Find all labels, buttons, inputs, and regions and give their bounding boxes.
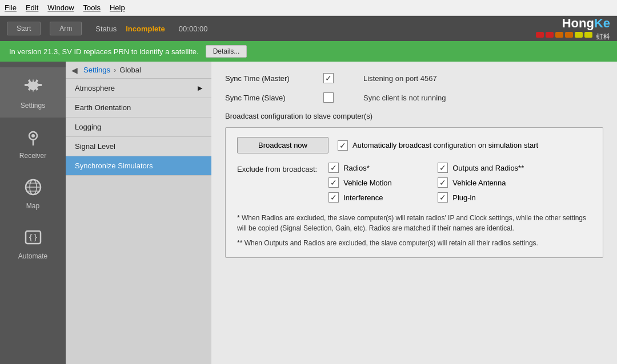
exclude-grid: Radios* Outputs and Radios** Vehicle Mot… (328, 163, 524, 203)
gear-icon (22, 75, 45, 98)
sync-master-checkbox[interactable] (323, 73, 334, 83)
nav-item-earth-orientation[interactable]: Earth Orientation (66, 98, 211, 118)
nav-item-signal-level[interactable]: Signal Level (66, 137, 211, 156)
sidebar-item-automate[interactable]: {} Automate (0, 218, 66, 268)
sidebar-map-label: Map (26, 202, 39, 210)
menu-edit[interactable]: Edit (26, 3, 38, 12)
sync-master-row: Sync Time (Master) Listening on port 456… (225, 73, 603, 83)
sync-slave-row: Sync Time (Slave) Sync client is not run… (225, 92, 603, 103)
breadcrumb-separator: › (114, 66, 116, 74)
logo: HongKe 虹科 (536, 16, 610, 42)
logo-text: HongKe (562, 16, 610, 31)
info-bar: In version 21.3, SV ID replaces PRN to i… (0, 41, 617, 62)
footnote1: * When Radios are excluded, the slave co… (237, 213, 591, 233)
exclude-interference: Interference (328, 192, 415, 203)
toolbar: Start Arm Status Incomplete 00:00:00 Hon… (0, 16, 617, 41)
arm-button[interactable]: Arm (50, 22, 82, 35)
exclude-section: Exclude from broadcast: Radios* Outputs … (237, 163, 591, 203)
logo-hong: Hong (562, 16, 594, 30)
nav-item-logging[interactable]: Logging (66, 118, 211, 137)
sidebar-settings-label: Settings (21, 102, 45, 110)
logo-dot-2 (546, 32, 554, 38)
exclude-vehicle-motion-label: Vehicle Motion (343, 179, 392, 187)
exclude-interference-label: Interference (343, 193, 383, 202)
footnote2: ** When Outputs and Radios are excluded,… (237, 238, 591, 248)
sidebar-receiver-label: Receiver (19, 152, 46, 160)
time-display: 00:00:00 (179, 25, 208, 33)
exclude-interference-checkbox[interactable] (328, 192, 339, 203)
sidebar-item-settings[interactable]: Settings (0, 67, 66, 118)
exclude-vehicle-antenna-checkbox[interactable] (438, 177, 448, 188)
exclude-vehicle-motion: Vehicle Motion (328, 177, 415, 188)
status-label: Status (95, 25, 117, 33)
sync-master-info: Listening on port 4567 (363, 74, 437, 83)
logo-dot-4 (565, 32, 573, 38)
exclude-outputs-radios-checkbox[interactable] (438, 163, 448, 173)
logo-ke: Ke (594, 16, 610, 30)
details-button[interactable]: Details... (206, 45, 247, 58)
broadcast-auto-label: Automatically broadcast configuration on… (352, 141, 538, 149)
exclude-label: Exclude from broadcast: (237, 163, 317, 173)
broadcast-section-title: Broadcast configuration to slave compute… (225, 112, 603, 120)
menu-tools[interactable]: Tools (83, 3, 101, 12)
sync-master-label: Sync Time (Master) (225, 74, 316, 83)
exclude-vehicle-motion-checkbox[interactable] (328, 177, 339, 188)
broadcast-box: Broadcast now Automatically broadcast co… (225, 127, 603, 258)
nav-item-atmosphere[interactable]: Atmosphere ▶ (66, 79, 211, 98)
globe-icon (22, 176, 45, 199)
menu-file[interactable]: File (5, 3, 17, 12)
back-arrow[interactable]: ◀ (71, 66, 78, 75)
broadcast-now-button[interactable]: Broadcast now (237, 137, 328, 153)
exclude-outputs-radios-label: Outputs and Radios** (452, 164, 524, 172)
sync-slave-label: Sync Time (Slave) (225, 94, 316, 102)
nav-arrow-atmosphere: ▶ (198, 84, 202, 92)
logo-dot-6 (584, 32, 592, 38)
exclude-outputs-radios: Outputs and Radios** (438, 163, 524, 173)
exclude-vehicle-antenna: Vehicle Antenna (438, 177, 524, 188)
broadcast-auto: Automatically broadcast configuration on… (338, 140, 538, 151)
menu-bar: File Edit Window Tools Help (0, 0, 617, 16)
exclude-radios-label: Radios* (343, 164, 370, 172)
sync-slave-checkbox[interactable] (323, 92, 334, 103)
sidebar-item-receiver[interactable]: Receiver (0, 118, 66, 168)
start-button[interactable]: Start (7, 22, 41, 35)
svg-text:{}: {} (28, 233, 38, 242)
logo-dot-3 (555, 32, 563, 38)
broadcast-auto-checkbox[interactable] (338, 140, 348, 151)
exclude-plugin: Plug-in (438, 192, 524, 203)
sidebar-automate-label: Automate (18, 252, 47, 260)
status-value: Incomplete (126, 25, 165, 33)
exclude-plugin-label: Plug-in (452, 193, 475, 202)
menu-window[interactable]: Window (47, 3, 74, 12)
breadcrumb-current: Global (119, 66, 141, 74)
breadcrumb-settings-link[interactable]: Settings (83, 66, 110, 74)
nav-item-synchronize[interactable]: Synchronize Simulators (66, 156, 211, 176)
exclude-radios: Radios* (328, 163, 415, 173)
sidebar: Settings Receiver (0, 62, 66, 364)
info-message: In version 21.3, SV ID replaces PRN to i… (9, 47, 199, 56)
main-layout: Settings Receiver (0, 62, 617, 364)
exclude-plugin-checkbox[interactable] (438, 192, 448, 203)
code-icon: {} (22, 226, 45, 249)
breadcrumb: ◀ Settings › Global (66, 62, 211, 79)
nav-atmosphere-label: Atmosphere (75, 84, 115, 92)
sync-slave-info: Sync client is not running (363, 94, 446, 102)
svg-point-2 (31, 134, 35, 137)
logo-dot-1 (536, 32, 544, 38)
broadcast-top-row: Broadcast now Automatically broadcast co… (237, 137, 591, 153)
sidebar-item-map[interactable]: Map (0, 168, 66, 218)
exclude-radios-checkbox[interactable] (328, 163, 339, 173)
menu-help[interactable]: Help (110, 3, 125, 12)
logo-chinese: 虹科 (596, 32, 610, 42)
nav-signal-label: Signal Level (75, 142, 115, 151)
logo-dots: 虹科 (536, 32, 610, 42)
location-icon (22, 126, 45, 148)
exclude-vehicle-antenna-label: Vehicle Antenna (452, 179, 506, 187)
logo-dot-5 (575, 32, 583, 38)
nav-logging-label: Logging (75, 123, 101, 131)
content-area: Sync Time (Master) Listening on port 456… (211, 62, 617, 364)
nav-sync-label: Synchronize Simulators (75, 161, 153, 170)
nav-panel: ◀ Settings › Global Atmosphere ▶ Earth O… (66, 62, 211, 364)
nav-earth-label: Earth Orientation (75, 103, 131, 112)
